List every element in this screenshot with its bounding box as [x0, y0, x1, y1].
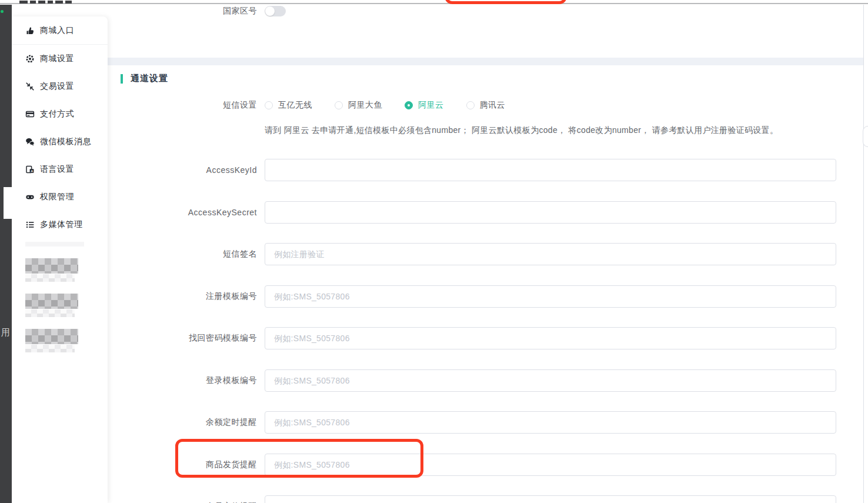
- sidebar-item-masked[interactable]: [25, 329, 108, 352]
- sidebar-item-label: 支付方式: [40, 109, 74, 119]
- sms-setting-label: 短信设置: [108, 100, 257, 111]
- sidebar-item-6[interactable]: 权限管理: [12, 183, 108, 211]
- form-input-1[interactable]: [265, 201, 836, 224]
- radio-sms-provider-3[interactable]: 腾讯云: [466, 100, 506, 111]
- sidebar-item-label: 交易设置: [40, 81, 74, 92]
- section-accent-bar: [121, 74, 123, 84]
- sidebar-item-masked[interactable]: [25, 258, 108, 282]
- sidebar-item-5[interactable]: A语言设置: [12, 155, 108, 183]
- svg-text:A: A: [31, 169, 33, 172]
- form-row-6: 余额定时提醒: [108, 411, 836, 434]
- form-row-3: 注册模板编号: [108, 285, 836, 308]
- form-input-0[interactable]: [265, 159, 836, 181]
- form-label: AccessKeySecret: [108, 208, 257, 217]
- form-label: 登录模板编号: [108, 375, 257, 386]
- credit-card-icon: [25, 109, 35, 119]
- section-separator: [108, 58, 863, 65]
- radio-label: 腾讯云: [480, 100, 506, 111]
- form-label: 找回密码模板编号: [108, 333, 257, 344]
- radio-sms-provider-1[interactable]: 阿里大鱼: [335, 100, 382, 111]
- gamepad-icon: [25, 192, 35, 202]
- rail-notch: [4, 187, 12, 219]
- rail-vertical-label: 用: [1, 327, 10, 338]
- radio-circle-icon[interactable]: [335, 101, 343, 109]
- sidebar-item-label: 权限管理: [40, 192, 74, 202]
- form-input-8[interactable]: [265, 495, 836, 503]
- language-icon: A: [25, 165, 35, 174]
- form-input-3[interactable]: [265, 285, 836, 308]
- form-row-2: 短信签名: [108, 243, 836, 265]
- content-right-border: [863, 5, 864, 503]
- radio-circle-icon[interactable]: [466, 101, 475, 109]
- sidebar-item-label: 语言设置: [40, 164, 74, 175]
- sidebar-item-label: 微信模板消息: [40, 136, 91, 147]
- form-row-1: AccessKeySecret: [108, 201, 836, 224]
- masked-smudge: [25, 242, 84, 246]
- left-dark-rail: 用: [0, 5, 12, 503]
- radio-label: 阿里大鱼: [348, 100, 382, 111]
- sms-help-text: 请到 阿里云 去申请开通,短信模板中必须包含number； 阿里云默认模板为co…: [265, 125, 778, 136]
- sidebar-item-masked[interactable]: [25, 294, 108, 317]
- radio-circle-icon[interactable]: [405, 101, 413, 109]
- gear-icon: [25, 54, 35, 64]
- form-row-4: 找回密码模板编号: [108, 327, 836, 349]
- form-label: 注册模板编号: [108, 291, 257, 302]
- sms-provider-radio-group: 互亿无线阿里大鱼阿里云腾讯云: [265, 100, 505, 111]
- form-input-5[interactable]: [265, 369, 836, 392]
- green-status-dot: [1, 10, 4, 13]
- form-row-8: 会员充值提醒: [108, 495, 836, 503]
- chat-bubbles-icon: [25, 137, 35, 146]
- radio-sms-provider-2[interactable]: 阿里云: [405, 100, 444, 111]
- form-input-6[interactable]: [265, 411, 836, 434]
- form-input-2[interactable]: [265, 243, 836, 265]
- masked-text-block: [25, 258, 78, 274]
- sidebar-item-7[interactable]: 多媒体管理: [12, 211, 108, 238]
- radio-label: 互亿无线: [278, 100, 312, 111]
- form-label: AccessKeyId: [108, 165, 257, 175]
- form-input-4[interactable]: [265, 327, 836, 349]
- sidebar-item-2[interactable]: 交易设置: [12, 72, 108, 100]
- list-icon: [25, 220, 35, 229]
- radio-sms-provider-0[interactable]: 互亿无线: [265, 100, 312, 111]
- sidebar-item-1[interactable]: 商城设置: [12, 45, 108, 72]
- browser-chrome-edge: [0, 0, 868, 4]
- hand-click-icon: [25, 26, 35, 35]
- section-title: 通道设置: [131, 73, 168, 84]
- masked-text-block: [25, 345, 75, 352]
- masked-text-block: [25, 274, 75, 282]
- sms-provider-row: 短信设置 互亿无线阿里大鱼阿里云腾讯云: [108, 100, 505, 111]
- sidebar: 商城入口商城设置交易设置支付方式微信模板消息A语言设置权限管理多媒体管理: [12, 16, 108, 503]
- form-row-5: 登录模板编号: [108, 369, 836, 392]
- form-label: 短信签名: [108, 249, 257, 259]
- country-code-toggle[interactable]: [265, 6, 286, 16]
- clipped-tab-text: [19, 1, 72, 4]
- form-label: 商品发货提醒: [108, 459, 257, 470]
- main-content: 国家区号 通道设置 短信设置 互亿无线阿里大鱼阿里云腾讯云 请到 阿里云 去申请…: [108, 5, 863, 503]
- sidebar-item-3[interactable]: 支付方式: [12, 100, 108, 128]
- form-row-7: 商品发货提醒: [108, 454, 836, 476]
- country-code-row: 国家区号: [108, 6, 286, 16]
- masked-text-block: [25, 294, 78, 309]
- sidebar-item-0[interactable]: 商城入口: [12, 16, 108, 44]
- country-code-label: 国家区号: [108, 6, 257, 16]
- sidebar-item-label: 商城设置: [40, 54, 74, 64]
- form-label: 余额定时提醒: [108, 417, 257, 428]
- annotation-box-top: [445, 0, 567, 4]
- compress-arrows-icon: [25, 82, 35, 91]
- masked-text-block: [25, 309, 75, 317]
- masked-text-block: [25, 329, 78, 344]
- sidebar-item-label: 商城入口: [40, 25, 74, 36]
- form-input-7[interactable]: [265, 454, 836, 476]
- sms-settings-form: AccessKeyIdAccessKeySecret短信签名注册模板编号找回密码…: [108, 159, 836, 503]
- toggle-knob: [265, 6, 275, 16]
- collapsed-side-handle[interactable]: [863, 126, 868, 147]
- radio-label: 阿里云: [418, 100, 444, 111]
- sidebar-item-label: 多媒体管理: [40, 219, 83, 230]
- form-row-0: AccessKeyId: [108, 159, 836, 181]
- sidebar-item-4[interactable]: 微信模板消息: [12, 128, 108, 155]
- radio-circle-icon[interactable]: [265, 101, 273, 109]
- section-header: 通道设置: [121, 73, 168, 84]
